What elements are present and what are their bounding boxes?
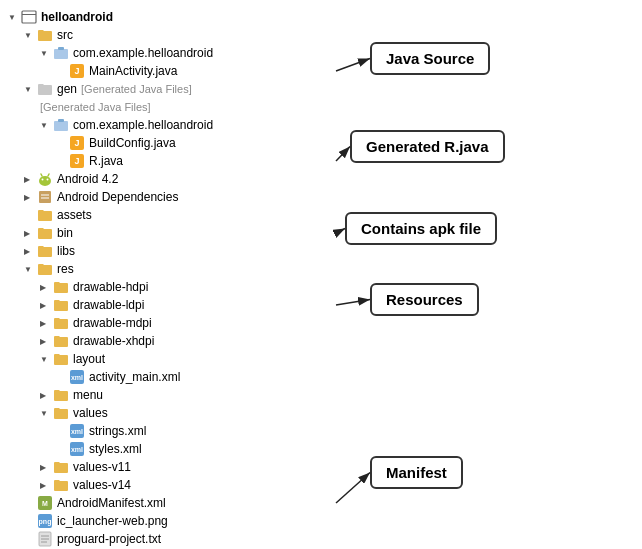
tree-icon-com1 — [53, 45, 69, 61]
tree-item-menu[interactable]: ▶menu — [4, 386, 336, 404]
tree-arrow-drawable-xhdpi[interactable]: ▶ — [40, 335, 52, 347]
tree-label-deps: Android Dependencies — [57, 190, 178, 204]
annotation-contains-apk: Contains apk file — [345, 212, 497, 245]
tree-icon-values — [53, 406, 69, 420]
tree-arrow-com1[interactable]: ▼ — [40, 47, 52, 59]
tree-label-drawable-hdpi: drawable-hdpi — [73, 280, 148, 294]
tree-arrow-values-v11[interactable]: ▶ — [40, 461, 52, 473]
tree-item-styles[interactable]: xmlstyles.xml — [4, 440, 336, 458]
svg-rect-1 — [22, 14, 36, 15]
svg-point-12 — [39, 176, 51, 186]
tree-item-r[interactable]: JR.java — [4, 152, 336, 170]
gen-label-text: [Generated Java Files] — [40, 101, 151, 113]
tree-icon-values-v14 — [53, 478, 69, 492]
tree-item-ic_launcher[interactable]: pngic_launcher-web.png — [4, 512, 336, 530]
tree-item-values[interactable]: ▼values — [4, 404, 336, 422]
tree-item-gen[interactable]: ▼gen[Generated Java Files] — [4, 80, 336, 98]
tree-icon-activity_main: xml — [69, 369, 85, 385]
tree-arrow-drawable-hdpi[interactable]: ▶ — [40, 281, 52, 293]
tree-icon-mainactivity: J — [69, 63, 85, 79]
tree-item-drawable-xhdpi[interactable]: ▶drawable-xhdpi — [4, 332, 336, 350]
svg-line-16 — [48, 174, 49, 176]
tree-item-values-v11[interactable]: ▶values-v11 — [4, 458, 336, 476]
tree-label-menu: menu — [73, 388, 103, 402]
tree-label-styles: styles.xml — [89, 442, 142, 456]
tree-item-com2[interactable]: ▼com.example.helloandroid — [4, 116, 336, 134]
tree-item-values-v14[interactable]: ▶values-v14 — [4, 476, 336, 494]
tree-item-deps[interactable]: ▶Android Dependencies — [4, 188, 336, 206]
tree-arrow-drawable-ldpi[interactable]: ▶ — [40, 299, 52, 311]
tree-item-strings[interactable]: xmlstrings.xml — [4, 422, 336, 440]
svg-rect-6 — [54, 121, 68, 131]
tree-arrow-root[interactable]: ▼ — [8, 11, 20, 23]
tree-icon-drawable-xhdpi — [53, 334, 69, 348]
tree-arrow-drawable-mdpi[interactable]: ▶ — [40, 317, 52, 329]
tree-label-strings: strings.xml — [89, 424, 146, 438]
tree-item-drawable-ldpi[interactable]: ▶drawable-ldpi — [4, 296, 336, 314]
svg-line-15 — [41, 174, 42, 176]
main-container: ▼helloandroid▼src▼com.example.helloandro… — [0, 0, 642, 549]
tree-icon-strings: xml — [69, 423, 85, 439]
tree-item-android42[interactable]: ▶Android 4.2 — [4, 170, 336, 188]
tree-arrow-res[interactable]: ▼ — [24, 263, 36, 275]
tree-label-activity_main: activity_main.xml — [89, 370, 180, 384]
tree-arrow-com2[interactable]: ▼ — [40, 119, 52, 131]
tree-item-bin[interactable]: ▶bin — [4, 224, 336, 242]
tree-label-androidmanifest: AndroidManifest.xml — [57, 496, 166, 510]
tree-item-mainactivity[interactable]: JMainActivity.java — [4, 62, 336, 80]
svg-rect-17 — [39, 191, 51, 203]
tree-item-drawable-mdpi[interactable]: ▶drawable-mdpi — [4, 314, 336, 332]
annotation-manifest: Manifest — [370, 456, 463, 489]
svg-text:J: J — [74, 138, 79, 148]
annotation-resources: Resources — [370, 283, 479, 316]
tree-arrow-libs[interactable]: ▶ — [24, 245, 36, 257]
tree-icon-libs — [37, 244, 53, 258]
annotation-generated-r: Generated R.java — [350, 130, 505, 163]
tree-label-values-v11: values-v11 — [73, 460, 131, 474]
svg-text:xml: xml — [71, 374, 83, 381]
tree-icon-menu — [53, 388, 69, 402]
tree-label-drawable-xhdpi: drawable-xhdpi — [73, 334, 154, 348]
svg-text:xml: xml — [71, 446, 83, 453]
tree-item-drawable-hdpi[interactable]: ▶drawable-hdpi — [4, 278, 336, 296]
tree-item-assets[interactable]: assets — [4, 206, 336, 224]
tree-icon-deps — [37, 189, 53, 205]
tree-icon-android42 — [37, 171, 53, 187]
tree-item-res[interactable]: ▼res — [4, 260, 336, 278]
tree-item-com1[interactable]: ▼com.example.helloandroid — [4, 44, 336, 62]
tree-label-android42: Android 4.2 — [57, 172, 118, 186]
tree-arrow-menu[interactable]: ▶ — [40, 389, 52, 401]
tree-label-gen: gen — [57, 82, 77, 96]
tree-arrow-gen[interactable]: ▼ — [24, 83, 36, 95]
gen-inline-label: [Generated Java Files] — [81, 83, 192, 95]
tree-item-layout[interactable]: ▼layout — [4, 350, 336, 368]
tree-label-values: values — [73, 406, 108, 420]
tree-item-proguard[interactable]: proguard-project.txt — [4, 530, 336, 548]
tree-item-src[interactable]: ▼src — [4, 26, 336, 44]
tree-label-buildconfig: BuildConfig.java — [89, 136, 176, 150]
tree-arrow-values-v14[interactable]: ▶ — [40, 479, 52, 491]
tree-item-libs[interactable]: ▶libs — [4, 242, 336, 260]
tree-item-androidmanifest[interactable]: MAndroidManifest.xml — [4, 494, 336, 512]
tree-label-src: src — [57, 28, 73, 42]
tree-arrow-layout[interactable]: ▼ — [40, 353, 52, 365]
tree-icon-layout — [53, 352, 69, 366]
tree-label-mainactivity: MainActivity.java — [89, 64, 177, 78]
tree-item-activity_main[interactable]: xmlactivity_main.xml — [4, 368, 336, 386]
svg-rect-0 — [22, 11, 36, 23]
tree-label-bin: bin — [57, 226, 73, 240]
tree-label-drawable-mdpi: drawable-mdpi — [73, 316, 152, 330]
tree-item-buildconfig[interactable]: JBuildConfig.java — [4, 134, 336, 152]
tree-label-libs: libs — [57, 244, 75, 258]
tree-item-root[interactable]: ▼helloandroid — [4, 8, 336, 26]
tree-item-gen-label[interactable]: [Generated Java Files] — [4, 98, 336, 116]
tree-arrow-deps[interactable]: ▶ — [24, 191, 36, 203]
tree-icon-res — [37, 262, 53, 276]
tree-arrow-values[interactable]: ▼ — [40, 407, 52, 419]
tree-arrow-src[interactable]: ▼ — [24, 29, 36, 41]
tree-arrow-bin[interactable]: ▶ — [24, 227, 36, 239]
tree-arrow-android42[interactable]: ▶ — [24, 173, 36, 185]
annotation-java-source: Java Source — [370, 42, 490, 75]
svg-text:J: J — [74, 156, 79, 166]
svg-text:J: J — [74, 66, 79, 76]
